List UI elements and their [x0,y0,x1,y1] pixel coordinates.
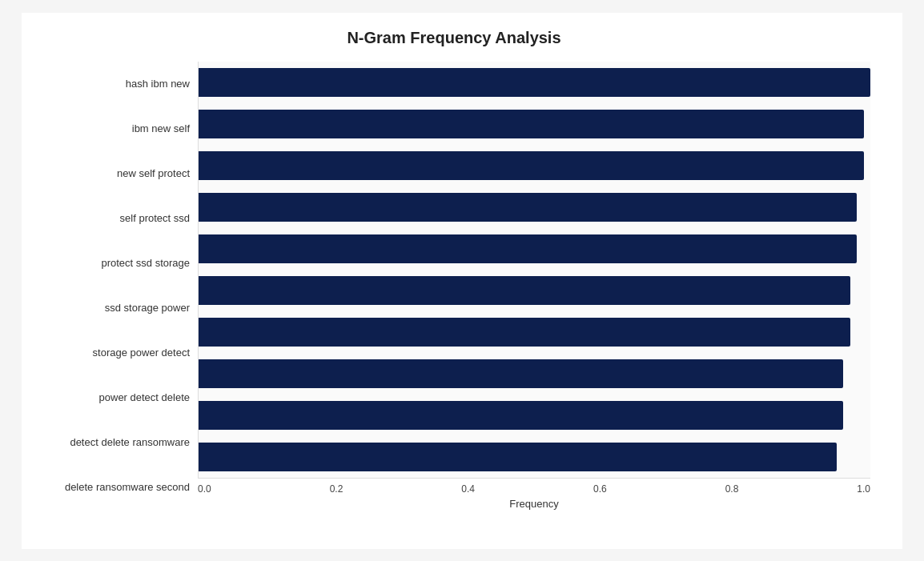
x-tick: 1.0 [857,483,870,495]
y-axis-label: protect ssd storage [101,257,190,270]
bar-row [199,65,870,100]
bar-row [199,315,870,350]
x-tick: 0.2 [330,483,343,495]
bar [199,276,850,305]
bar [199,110,864,138]
bar [199,318,850,347]
bar [199,151,864,180]
x-tick: 0.8 [725,483,739,495]
y-axis-label: detect delete ransomware [70,436,190,449]
y-axis-labels: hash ibm newibm new selfnew self protect… [38,62,198,510]
chart-title: N-Gram Frequency Analysis [38,29,870,47]
bar [199,193,857,222]
bars-and-xaxis: 0.00.20.40.60.81.0 Frequency [198,62,870,510]
chart-container: N-Gram Frequency Analysis hash ibm newib… [22,13,902,549]
x-tick: 0.4 [461,483,475,495]
bar [199,359,843,388]
y-axis-label: hash ibm new [126,78,190,90]
bar-row [199,273,870,308]
bars-container [198,62,870,479]
y-axis-label: self protect ssd [120,212,190,225]
bar-row [199,439,870,475]
y-axis-label: delete ransomware second [65,481,190,494]
bar [199,401,843,430]
bar [199,68,870,97]
x-tick: 0.0 [198,483,211,495]
y-axis-label: storage power detect [93,347,190,359]
bar-row [199,231,870,266]
bar-row [199,356,870,391]
chart-area: hash ibm newibm new selfnew self protect… [38,62,870,510]
y-axis-label: new self protect [117,167,190,180]
bar [199,443,837,471]
bar-row [199,148,870,183]
y-axis-label: power detect delete [99,391,190,404]
y-axis-label: ssd storage power [105,302,190,315]
x-tick: 0.6 [593,483,607,495]
x-axis: 0.00.20.40.60.81.0 [198,479,870,495]
y-axis-label: ibm new self [132,122,190,135]
bar-row [199,398,870,433]
bar [199,234,857,263]
bar-row [199,190,870,225]
bar-row [199,106,870,142]
x-axis-label: Frequency [198,498,870,510]
